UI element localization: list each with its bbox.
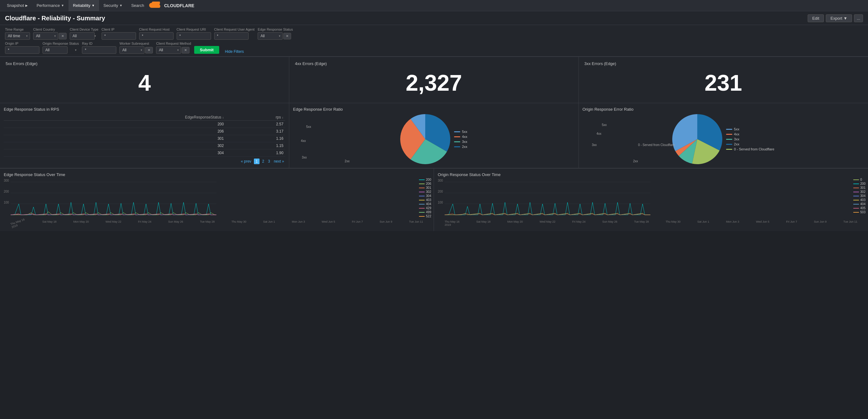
prev-page[interactable]: « prev (240, 158, 252, 164)
page-title: Cloudflare - Reliability - Summary (5, 15, 105, 22)
edge-response-rps-panel: Edge Response Status in RPS EdgeResponse… (0, 103, 289, 168)
snapshot-arrow: ▶ (25, 4, 28, 7)
client-request-uri-input[interactable] (177, 32, 211, 40)
metric-card-4xx: 4xx Errors (Edge) 2,327 (289, 57, 579, 103)
origin-pie-chart (672, 114, 722, 164)
metric-card-5xx: 5xx Errors (Edge) 4 (0, 57, 289, 103)
edge-x-label-5: Sun May 26 (168, 220, 183, 227)
client-request-host-input[interactable] (139, 32, 174, 40)
filter-client-request-uri: Client Request URI (177, 28, 211, 40)
edge-y-200: 200 (4, 190, 9, 193)
origin-x-label-13: Tue Jun 11 (843, 220, 857, 227)
edge-x-label-10: Wed Jun 5 (322, 220, 335, 227)
metric-card-3xx: 3xx Errors (Edge) 231 (579, 57, 868, 103)
origin-x-label-1: Sat May 18 (476, 220, 491, 227)
legend-5xx-edge: 5xx (454, 130, 467, 133)
worker-subrequest-select[interactable]: All (119, 46, 145, 54)
edge-x-label-6: Tue May 28 (200, 220, 215, 227)
edge-x-label-9: Mon Jun 3 (292, 220, 305, 227)
edge-response-status-select[interactable]: All (258, 32, 283, 40)
filter-client-country: Client Country All ✕ (33, 28, 67, 40)
origin-x-label-9: Mon Jun 3 (726, 220, 739, 227)
filter-client-request-user-agent: Client Request User Agent (214, 28, 255, 40)
filter-ray-id: Ray ID (82, 41, 116, 54)
origin-y-200: 200 (438, 190, 443, 193)
cloudflare-logo: CLOUDFLARE (149, 2, 194, 10)
legend-5xx-origin: 5xx (726, 127, 774, 131)
legend-4xx-origin: 4xx (726, 132, 774, 136)
performance-arrow: ▼ (61, 4, 64, 7)
table-row: 2063.17 (4, 128, 285, 135)
time-range-select[interactable]: All time (5, 32, 30, 40)
nav-search[interactable]: Search (127, 0, 149, 11)
client-request-user-agent-input[interactable] (214, 32, 249, 40)
edge-over-time-panel: Edge Response Status Over Time 300 200 1… (0, 169, 434, 231)
legend-0-origin: 0 - Served from Cloudflare (726, 147, 774, 151)
origin-response-status-select[interactable]: All (42, 46, 67, 54)
nav-security[interactable]: Security ▼ (99, 0, 127, 11)
edge-time-chart-svg (4, 179, 430, 219)
table-row: 3021.15 (4, 142, 285, 149)
origin-x-label-3: Wed May 22 (540, 220, 555, 227)
more-button[interactable]: ... (854, 14, 863, 22)
page-1[interactable]: 1 (254, 158, 260, 164)
metric-cards: 5xx Errors (Edge) 4 4xx Errors (Edge) 2,… (0, 57, 868, 103)
filter-time-range: Time Range All time (5, 28, 30, 40)
edge-x-label-4: Fri May 24 (138, 220, 152, 227)
nav-reliability[interactable]: Reliability ▼ (68, 0, 99, 11)
edit-button[interactable]: Edit (808, 14, 824, 22)
client-country-clear[interactable]: ✕ (59, 33, 67, 39)
edge-x-label-1: Sat May 18 (42, 220, 57, 227)
origin-over-time-panel: Origin Response Status Over Time 300 200… (434, 169, 868, 231)
client-request-method-select[interactable]: All (156, 46, 181, 54)
col-rps[interactable]: rps (226, 114, 285, 121)
export-button[interactable]: Export ▼ (826, 14, 852, 22)
ray-id-input[interactable] (82, 46, 116, 54)
filter-origin-ip: Origin IP (5, 41, 39, 54)
nav-performance[interactable]: Performance ▼ (32, 0, 68, 11)
col-edge-response-status[interactable]: EdgeResponseStatus (4, 114, 226, 121)
cloudflare-cloud-icon (149, 2, 162, 10)
edge-y-300: 300 (4, 179, 9, 182)
origin-x-label-0: Thu May 162019 (445, 220, 460, 227)
edge-x-label-8: Sat Jun 1 (263, 220, 275, 227)
filter-client-request-method: Client Request Method All ✕ (156, 41, 191, 54)
origin-ip-input[interactable] (5, 46, 39, 54)
reliability-arrow: ▼ (92, 4, 95, 7)
origin-x-label-8: Sat Jun 1 (697, 220, 709, 227)
page-2[interactable]: 2 (261, 158, 266, 164)
origin-y-100: 100 (438, 201, 443, 204)
filters-area: Time Range All time Client Country All ✕… (0, 25, 868, 57)
client-ip-input[interactable] (102, 32, 136, 40)
hide-filters-link[interactable]: Hide Filters (225, 50, 244, 54)
submit-button[interactable]: Submit (194, 46, 219, 54)
origin-x-label-6: Tue May 28 (634, 220, 649, 227)
origin-x-label-11: Fri Jun 7 (786, 220, 797, 227)
origin-x-label-12: Sun Jun 9 (814, 220, 827, 227)
origin-x-label-10: Wed Jun 5 (756, 220, 770, 227)
page-3[interactable]: 3 (267, 158, 271, 164)
origin-chart-legend: 0 200 301 302 304 403 404 405 503 (853, 178, 866, 214)
nav-snapshot[interactable]: Snapshot ▶ (2, 0, 32, 11)
edge-error-ratio-panel: Edge Response Error Ratio 5xx (289, 103, 579, 168)
origin-y-300: 300 (438, 179, 443, 182)
edge-response-status-clear[interactable]: ✕ (283, 33, 291, 39)
page-header: Cloudflare - Reliability - Summary Edit … (0, 11, 868, 25)
header-actions: Edit Export ▼ ... (808, 14, 863, 22)
origin-x-label-2: Mon May 20 (507, 220, 523, 227)
client-device-type-select[interactable]: All (70, 32, 95, 40)
table-row: 3041.90 (4, 149, 285, 157)
client-country-select[interactable]: All (33, 32, 58, 40)
table-row: 2002.57 (4, 121, 285, 128)
edge-x-label-7: Thu May 30 (231, 220, 246, 227)
filter-origin-response-status: Origin Response Status All (42, 41, 79, 54)
edge-x-label-2: Mon May 20 (73, 220, 89, 227)
legend-2xx-edge: 2xx (454, 145, 467, 149)
worker-subrequest-clear[interactable]: ✕ (145, 47, 153, 54)
filter-edge-response-status: Edge Response Status All ✕ (258, 28, 293, 40)
table-pagination: « prev 1 2 3 next » (4, 157, 285, 164)
security-arrow: ▼ (119, 4, 123, 7)
next-page[interactable]: next » (273, 158, 285, 164)
client-request-method-clear[interactable]: ✕ (182, 47, 189, 54)
main-content: 5xx Errors (Edge) 4 4xx Errors (Edge) 2,… (0, 57, 868, 231)
